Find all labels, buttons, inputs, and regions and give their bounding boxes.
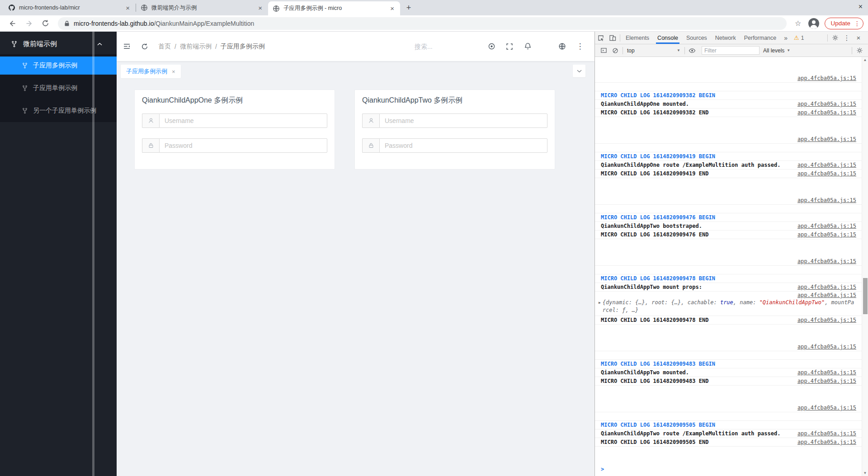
page-reload-icon[interactable] — [136, 38, 154, 56]
console-toolbar: top ▼ All levels ▼ — [595, 44, 868, 57]
source-link[interactable]: app.4fcba05a.js:15 — [797, 196, 856, 204]
log-levels-selector[interactable]: All levels ▼ — [763, 47, 790, 54]
globe-icon[interactable] — [553, 38, 571, 56]
menu-fold-icon[interactable] — [118, 38, 136, 56]
console-prompt[interactable]: > — [595, 465, 862, 474]
browser-tab-2[interactable]: 微前端简介与示例 × — [136, 0, 268, 15]
console-row-link-only: app.4fcba05a.js:15 — [595, 74, 862, 83]
inspect-element-icon[interactable] — [595, 32, 607, 44]
console-row-link-only: app.4fcba05a.js:15 — [595, 343, 862, 351]
console-row-begin: MICRO CHILD LOG 1614820909478 BEGIN — [595, 274, 862, 283]
header-search-input[interactable] — [415, 43, 482, 50]
scroll-up-icon[interactable]: ▲ — [862, 58, 868, 62]
url-bar[interactable]: micro-frontends-lab.github.io/QiankunMai… — [58, 17, 787, 30]
new-tab-button[interactable]: + — [403, 2, 415, 14]
source-link[interactable]: app.4fcba05a.js:15 — [797, 108, 856, 117]
source-link[interactable]: app.4fcba05a.js:15 — [797, 222, 856, 230]
chrome-update-button[interactable]: Update ⋮ — [825, 18, 863, 29]
source-link[interactable]: app.4fcba05a.js:15 — [797, 74, 856, 82]
sidebar-item-multi-instance[interactable]: 子应用多例示例 — [0, 57, 117, 75]
breadcrumb-home[interactable]: 首页 — [158, 42, 171, 51]
console-row-begin: MICRO CHILD LOG 1614820909483 BEGIN — [595, 359, 862, 368]
source-link[interactable]: app.4fcba05a.js:15 — [797, 343, 856, 351]
source-link[interactable]: app.4fcba05a.js:15 — [797, 283, 856, 291]
source-link[interactable]: app.4fcba05a.js:15 — [797, 292, 856, 298]
warning-badge[interactable]: ⚠ 1 — [794, 34, 804, 41]
breadcrumb-group[interactable]: 微前端示例 — [180, 42, 212, 51]
console-sidebar-icon[interactable] — [598, 45, 609, 57]
devtools-tab-bar: Elements Console Sources Network Perform… — [595, 32, 868, 44]
console-row-message: QiankunChildAppOne mounted.app.4fcba05a.… — [595, 100, 862, 108]
sidebar-group-micro-frontends[interactable]: 微前端示例 — [0, 35, 117, 53]
console-filter-input[interactable] — [702, 47, 759, 54]
source-link[interactable]: app.4fcba05a.js:15 — [797, 161, 856, 169]
source-link[interactable]: app.4fcba05a.js:15 — [797, 100, 856, 108]
console-settings-gear-icon[interactable] — [854, 45, 865, 57]
object-preview[interactable]: {dynamic: {…}, root: {…}, cachable: true… — [603, 299, 856, 314]
scroll-down-icon[interactable]: ▼ — [862, 471, 868, 475]
sidebar-submenu: 子应用多例示例 子应用单例示例 另一个子应用单例示例 — [0, 54, 117, 122]
console-spacer — [595, 386, 862, 404]
window-close-icon[interactable]: × — [859, 3, 863, 11]
devtools-tab-console[interactable]: Console — [653, 32, 682, 44]
more-tabs-icon[interactable]: » — [780, 34, 791, 42]
browser-tab-1[interactable]: micro-frontends-lab/micr × — [4, 0, 136, 15]
card-app-two: QiankunChildAppTwo 多例示例 — [354, 90, 555, 170]
browser-tab-3-active[interactable]: 子应用多例示例 - micro × — [268, 1, 400, 15]
reload-button[interactable] — [39, 17, 52, 30]
source-link[interactable]: app.4fcba05a.js:15 — [797, 231, 856, 239]
source-link[interactable]: app.4fcba05a.js:15 — [797, 135, 856, 143]
console-row-end: MICRO CHILD LOG 1614820909419 ENDapp.4fc… — [595, 170, 862, 178]
profile-avatar[interactable] — [808, 18, 819, 29]
bell-icon[interactable] — [519, 38, 537, 56]
devtools-close-icon[interactable]: × — [853, 32, 864, 44]
back-button[interactable] — [6, 17, 19, 30]
expand-triangle-icon[interactable]: ▶ — [598, 299, 603, 306]
bookmark-star-icon[interactable]: ☆ — [795, 19, 801, 28]
sidebar-item-another-single-instance[interactable]: 另一个子应用单例示例 — [0, 102, 117, 120]
devtools-tab-sources[interactable]: Sources — [682, 32, 711, 44]
password-input[interactable] — [159, 138, 327, 153]
username-input[interactable] — [159, 113, 327, 128]
source-link[interactable]: app.4fcba05a.js:15 — [797, 170, 856, 178]
tab-close-icon[interactable]: × — [257, 4, 264, 12]
live-expression-eye-icon[interactable] — [686, 45, 698, 57]
forward-button[interactable] — [23, 17, 35, 30]
source-link[interactable]: app.4fcba05a.js:15 — [797, 316, 856, 324]
globe-favicon-icon — [141, 4, 148, 11]
tab-close-icon[interactable]: × — [124, 4, 131, 12]
chevron-up-icon[interactable] — [97, 42, 102, 46]
fullscreen-icon[interactable] — [500, 38, 519, 56]
devtools-settings-gear-icon[interactable] — [829, 32, 841, 44]
console-spacer — [595, 266, 862, 274]
console-row-begin: MICRO CHILD LOG 1614820909505 BEGIN — [595, 420, 862, 429]
clear-console-icon[interactable] — [609, 45, 621, 57]
source-link[interactable]: app.4fcba05a.js:15 — [797, 429, 856, 438]
header-kebab-icon[interactable]: ⋮ — [571, 38, 589, 56]
source-link[interactable]: app.4fcba05a.js:15 — [797, 257, 856, 265]
devtools-tab-performance[interactable]: Performance — [740, 32, 781, 44]
console-scrollbar[interactable]: ▲ ▼ — [862, 57, 868, 476]
password-input[interactable] — [379, 138, 547, 153]
console-row-message: QiankunChildAppTwo bootstraped.app.4fcba… — [595, 222, 862, 231]
source-link[interactable]: app.4fcba05a.js:15 — [797, 404, 856, 412]
record-icon[interactable] — [482, 38, 500, 56]
context-selector[interactable]: top ▼ — [624, 47, 683, 54]
username-input[interactable] — [379, 113, 547, 128]
devtools-tab-elements[interactable]: Elements — [622, 32, 653, 44]
page-tab-close-icon[interactable]: × — [172, 68, 175, 75]
sidebar-item-single-instance[interactable]: 子应用单例示例 — [0, 79, 117, 97]
source-link[interactable]: app.4fcba05a.js:15 — [797, 368, 856, 377]
devtools-tab-network[interactable]: Network — [711, 32, 740, 44]
tabbar-collapse-button[interactable] — [573, 65, 585, 77]
console-row-message: QiankunChildAppTwo mounted.app.4fcba05a.… — [595, 368, 862, 377]
page-tab-chip[interactable]: 子应用多例示例 × — [121, 65, 181, 78]
scrollbar-thumb[interactable] — [863, 278, 868, 314]
source-link[interactable]: app.4fcba05a.js:15 — [797, 377, 856, 385]
sidebar-scrollbar[interactable] — [92, 32, 94, 476]
tab-close-icon[interactable]: × — [389, 5, 396, 12]
devtools-kebab-icon[interactable]: ⋮ — [841, 32, 853, 44]
source-link[interactable]: app.4fcba05a.js:15 — [797, 438, 856, 446]
update-kebab-icon[interactable]: ⋮ — [854, 20, 860, 27]
device-toolbar-icon[interactable] — [607, 32, 618, 44]
